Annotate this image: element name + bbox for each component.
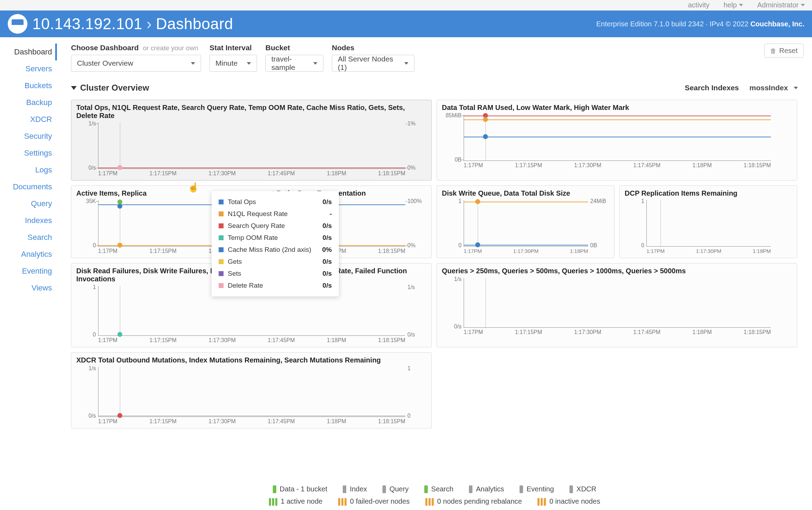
x-tick: 1:17:45PM [633,162,660,170]
footer-legend-item: Eventing [520,485,554,493]
sidebar-item-eventing[interactable]: Eventing [0,263,57,280]
tooltip-row: Gets0/s [219,256,332,268]
sidebar-item-logs[interactable]: Logs [0,162,57,178]
chart-mutations[interactable]: XDCR Total Outbound Mutations, Index Mut… [71,352,432,429]
x-tick: 1:17:15PM [149,170,176,178]
chart-title: Data Total RAM Used, Low Water Mark, Hig… [442,104,792,112]
x-tick: 1:17:30PM [574,329,601,337]
sidebar-item-documents[interactable]: Documents [0,178,57,195]
x-tick: 1:17:15PM [149,418,176,426]
sidebar-item-xdcr[interactable]: XDCR [0,111,57,128]
create-dashboard-link[interactable]: or create your own [143,44,198,52]
chart-slow-queries[interactable]: Queries > 250ms, Queries > 500ms, Querie… [437,263,797,347]
tooltip-label: Gets [228,258,242,266]
sidebar-item-buckets[interactable]: Buckets [0,77,57,94]
x-tick: 1:17:45PM [268,418,295,426]
nodes-label: Nodes [332,44,414,52]
search-indexes-select[interactable]: mossIndex [744,81,804,95]
legend-swatch [219,259,224,264]
sidebar-item-settings[interactable]: Settings [0,145,57,162]
tooltip-row: Cache Miss Ratio (2nd axis)0% [219,244,332,256]
dashboard-controls: Choose Dashboard or create your own Clus… [71,44,804,72]
stat-interval-select[interactable]: Minute [210,55,257,72]
tooltip-row: Delete Rate0/s [219,280,332,292]
chart-title: XDCR Total Outbound Mutations, Index Mut… [76,356,426,364]
main-content: Choose Dashboard or create your own Clus… [57,37,812,510]
x-tick: 1:17:15PM [149,248,176,256]
bucket-label: Bucket [265,44,323,52]
tooltip-label: Delete Rate [228,282,263,289]
collapse-icon[interactable] [71,86,77,90]
sidebar-item-dashboard[interactable]: Dashboard [0,44,57,60]
chart-ops[interactable]: Total Ops, N1QL Request Rate, Search Que… [71,100,432,181]
tooltip-label: Sets [228,270,241,277]
legend-swatch [219,223,224,228]
footer-legend-item: 1 active node [269,497,323,506]
help-menu[interactable]: help [723,1,743,9]
x-tick: 1:17:45PM [633,329,660,337]
chart-grid: Total Ops, N1QL Request Rate, Search Que… [71,100,804,429]
chart-dcp[interactable]: DCP Replication Items Remaining 10 1:17P… [619,185,797,258]
search-indexes-label: Search Indexes [685,84,739,92]
tooltip-row: N1QL Request Rate- [219,208,332,220]
x-tick: 1:17:30PM [208,170,236,178]
sidebar-item-backup[interactable]: Backup [0,94,57,111]
tooltip-label: Temp OOM Rate [228,234,278,242]
x-tick: 1:17:30PM [696,248,722,256]
chart-ram[interactable]: Data Total RAM Used, Low Water Mark, Hig… [437,100,797,181]
x-tick: 1:17PM [646,248,665,256]
tooltip-row: Search Query Rate0/s [219,220,332,232]
activity-link[interactable]: activity [688,1,709,9]
x-tick: 1:17:30PM [513,248,539,256]
user-menu[interactable]: Administrator [757,1,805,9]
chart-title: DCP Replication Items Remaining [625,189,792,197]
chart-title: Disk Write Queue, Data Total Disk Size [442,189,609,197]
chart-title: Queries > 250ms, Queries > 500ms, Querie… [442,267,792,275]
tooltip-value: - [330,210,332,218]
sidebar-item-indexes[interactable]: Indexes [0,212,57,229]
cursor-icon: ☝ [188,182,199,193]
choose-dashboard-select[interactable]: Cluster Overview [71,55,201,72]
chart-disk-write[interactable]: Disk Write Queue, Data Total Disk Size 1… [437,185,614,258]
reset-button[interactable]: Reset [764,44,804,58]
x-tick: 1:17PM [98,170,117,178]
chevron-down-icon [191,62,195,65]
x-tick: 1:17:15PM [149,337,176,345]
logo-icon [8,14,27,34]
sidebar-item-analytics[interactable]: Analytics [0,246,57,263]
sidebar-item-query[interactable]: Query [0,195,57,212]
footer-legend-item: Query [382,485,408,493]
footer-legend-item: 0 nodes pending rebalance [425,497,522,506]
sidebar-item-servers[interactable]: Servers [0,60,57,77]
stat-interval-label: Stat Interval [210,44,257,52]
chevron-down-icon [794,87,798,89]
bucket-select[interactable]: travel-sample [265,55,323,72]
tooltip-value: 0/s [323,282,332,289]
sidebar-item-security[interactable]: Security [0,128,57,145]
x-tick: 1:17:30PM [208,337,236,345]
x-tick: 1:18PM [692,162,712,170]
legend-swatch [219,271,224,276]
x-tick: 1:18PM [327,170,346,178]
tooltip-label: Total Ops [228,198,256,206]
tooltip-value: 0% [322,246,332,254]
x-tick: 1:17:30PM [574,162,601,170]
sidebar-item-views[interactable]: Views [0,280,57,296]
x-tick: 1:18PM [753,248,771,256]
chevron-down-icon [739,4,743,6]
footer-legend-item: 0 inactive nodes [537,497,600,506]
tooltip-value: 0/s [323,258,332,266]
sidebar-item-search[interactable]: Search [0,229,57,246]
footer-legend-item: Data - 1 bucket [273,485,328,493]
breadcrumb-host[interactable]: 10.143.192.101 [32,15,142,33]
legend-swatch [219,247,224,252]
breadcrumb-sep: › [147,15,152,33]
nodes-select[interactable]: All Server Nodes (1) [332,55,414,72]
section-title: Cluster Overview [80,83,149,93]
chart-title: Total Ops, N1QL Request Rate, Search Que… [76,104,426,120]
chevron-down-icon [313,62,317,65]
x-tick: 1:17PM [98,418,117,426]
footer-legend-item: XDCR [569,485,597,493]
x-tick: 1:17:15PM [515,162,542,170]
x-tick: 1:18PM [692,329,712,337]
